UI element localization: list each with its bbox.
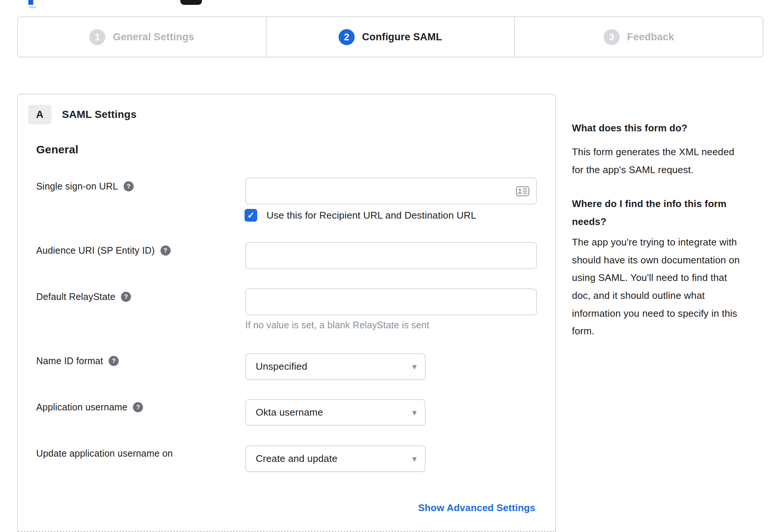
wizard-stepper: 1 General Settings 2 Configure SAML 3 Fe…: [17, 16, 763, 57]
help-heading-what: What does this form do?: [572, 119, 766, 137]
step-label: Configure SAML: [362, 31, 442, 43]
general-heading: General: [36, 143, 78, 156]
sso-url-label: Single sign-on URL: [36, 181, 118, 192]
help-paragraph-where: The app you're trying to integrate with …: [572, 234, 766, 340]
default-relaystate-label: Default RelayState: [36, 291, 115, 302]
step-label: Feedback: [627, 31, 674, 43]
section-title: SAML Settings: [62, 105, 137, 124]
step-number-badge: 2: [339, 29, 355, 45]
name-id-format-help-icon[interactable]: ?: [109, 356, 119, 366]
help-heading-where: Where do I find the info this form needs…: [572, 195, 766, 231]
application-username-select[interactable]: Okta username ▾: [245, 399, 426, 426]
step-label: General Settings: [113, 31, 194, 43]
use-recipient-destination-checkbox-label: Use this for Recipient URL and Destinati…: [267, 210, 476, 221]
name-id-format-select[interactable]: Unspecified ▾: [245, 353, 426, 380]
name-id-format-label: Name ID format: [36, 356, 103, 366]
stepper-step-configure-saml[interactable]: 2 Configure SAML: [266, 17, 514, 57]
application-username-help-icon[interactable]: ?: [133, 402, 143, 412]
update-app-username-value: Create and update: [256, 453, 337, 464]
help-sidebar: What does this form do? This form genera…: [572, 119, 766, 356]
default-relaystate-input[interactable]: [245, 288, 537, 315]
cutoff-fragment-blue: [28, 0, 33, 5]
update-app-username-select[interactable]: Create and update ▾: [245, 445, 426, 472]
cutoff-fragment-blue-faint: [29, 6, 36, 8]
stepper-step-feedback[interactable]: 3 Feedback: [514, 17, 763, 57]
cutoff-fragment-dark: [180, 0, 202, 5]
audience-uri-help-icon[interactable]: ?: [161, 245, 171, 256]
step-number-badge: 3: [604, 29, 620, 45]
audience-uri-label: Audience URI (SP Entity ID): [36, 245, 155, 256]
help-paragraph-what: This form generates the XML needed for t…: [572, 143, 766, 179]
step-number-badge: 1: [89, 29, 105, 45]
show-advanced-settings-link[interactable]: Show Advanced Settings: [418, 502, 535, 514]
application-username-label: Application username: [36, 402, 127, 413]
default-relaystate-help-icon[interactable]: ?: [121, 292, 131, 302]
sso-url-input[interactable]: [245, 178, 537, 204]
contact-card-icon: [516, 186, 529, 196]
saml-settings-panel: A SAML Settings General Single sign-on U…: [17, 94, 556, 532]
chevron-down-icon: ▾: [412, 408, 417, 417]
update-app-username-label: Update application username on: [36, 448, 173, 459]
use-recipient-destination-checkbox[interactable]: ✓: [245, 209, 257, 222]
section-a-badge: A: [28, 105, 52, 124]
application-username-value: Okta username: [256, 407, 323, 418]
audience-uri-input[interactable]: [245, 242, 537, 269]
chevron-down-icon: ▾: [412, 454, 417, 463]
relaystate-helper-text: If no value is set, a blank RelayState i…: [245, 320, 429, 331]
chevron-down-icon: ▾: [412, 362, 417, 371]
stepper-step-general-settings[interactable]: 1 General Settings: [18, 17, 266, 57]
sso-url-help-icon[interactable]: ?: [124, 181, 134, 191]
name-id-format-value: Unspecified: [256, 361, 307, 372]
